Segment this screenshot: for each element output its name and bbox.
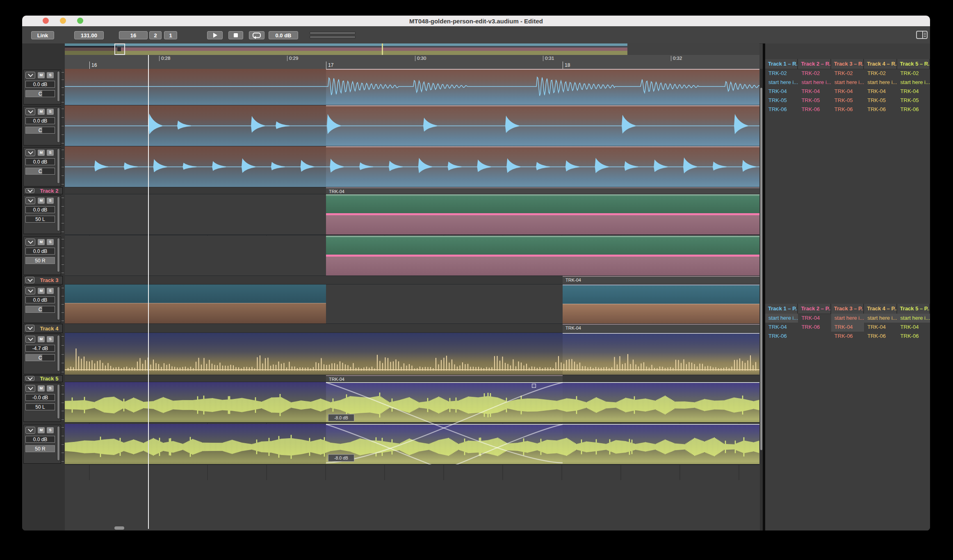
position-beats-display[interactable]: 2	[149, 31, 162, 39]
channel-collapse-button[interactable]	[25, 287, 35, 294]
channel-zoom-scrollbar[interactable]	[57, 71, 60, 102]
loop-button[interactable]	[249, 31, 264, 39]
recording-item[interactable]: TRK-02	[831, 69, 864, 78]
track-collapse-button[interactable]	[25, 188, 34, 193]
audio-clip[interactable]	[326, 146, 759, 187]
audio-clip[interactable]	[326, 382, 563, 423]
solo-button[interactable]: S	[47, 336, 54, 342]
recording-item[interactable]: TRK-06	[765, 105, 798, 114]
channel-collapse-button[interactable]	[25, 149, 35, 156]
playlist-item[interactable]: TRK-06	[864, 332, 897, 341]
channel-zoom-scrollbar[interactable]	[57, 238, 60, 272]
clip-header[interactable]: TRK-04	[563, 324, 759, 333]
pan-slider[interactable]: 50 L	[25, 216, 55, 223]
channel-zoom-scrollbar[interactable]	[57, 107, 60, 143]
channel-collapse-button[interactable]	[25, 427, 35, 434]
playlist-item[interactable]: TRK-04	[864, 323, 897, 332]
gain-field[interactable]: 0.0 dB	[25, 117, 55, 124]
position-bars-display[interactable]: 16	[119, 31, 148, 39]
pan-slider[interactable]: 50 L	[25, 403, 55, 410]
pan-slider[interactable]: 50 R	[25, 445, 55, 452]
recording-item[interactable]: TRK-02	[765, 69, 798, 78]
mute-button[interactable]: M	[38, 150, 45, 156]
panel-column-header[interactable]: Track 4 – P...	[864, 304, 897, 314]
gain-field[interactable]: 0.0 dB	[25, 248, 55, 255]
vertical-scrollbar-thumb[interactable]	[760, 88, 762, 450]
playlist-item[interactable]: TRK-06	[765, 332, 798, 341]
recording-item[interactable]: TRK-05	[765, 96, 798, 105]
audio-clip[interactable]	[563, 424, 759, 464]
recording-item[interactable]: TRK-06	[798, 105, 831, 114]
pan-slider[interactable]: C	[25, 127, 55, 134]
gain-field[interactable]: -0.0 dB	[25, 394, 55, 401]
playlist-item[interactable]: TRK-04	[831, 323, 864, 332]
channel-zoom-scrollbar[interactable]	[57, 426, 60, 461]
recording-item[interactable]: start here i...	[897, 78, 930, 87]
channel-zoom-scrollbar-thumb[interactable]	[57, 71, 59, 101]
solo-button[interactable]: S	[47, 109, 54, 115]
mute-button[interactable]: M	[38, 385, 45, 392]
pan-slider[interactable]: 50 R	[25, 257, 55, 264]
panel-column-header[interactable]: Track 3 – P...	[831, 304, 864, 314]
track-collapse-button[interactable]	[25, 277, 34, 283]
stop-button[interactable]	[228, 31, 243, 39]
channel-collapse-button[interactable]	[25, 197, 35, 204]
mute-button[interactable]: M	[38, 239, 45, 245]
recording-item[interactable]: TRK-05	[831, 96, 864, 105]
channel-zoom-scrollbar[interactable]	[57, 335, 60, 371]
mute-button[interactable]: M	[38, 72, 45, 78]
audio-clip[interactable]	[563, 382, 759, 423]
channel-zoom-scrollbar-thumb[interactable]	[57, 149, 59, 183]
pan-slider[interactable]: C	[25, 306, 55, 313]
audio-clip[interactable]	[326, 194, 759, 235]
timeline-ruler[interactable]: 0:280:290:300:310:32161718	[65, 55, 759, 69]
solo-button[interactable]: S	[47, 288, 54, 294]
pan-slider[interactable]: C	[25, 354, 55, 361]
audio-clip[interactable]	[563, 285, 759, 324]
audio-clip[interactable]	[65, 105, 326, 146]
recording-item[interactable]: TRK-06	[864, 105, 897, 114]
horizontal-scrollbar-thumb[interactable]	[114, 526, 124, 530]
panel-column-header[interactable]: Track 3 – R...	[831, 59, 864, 69]
gain-field[interactable]: 0.0 dB	[25, 158, 55, 165]
solo-button[interactable]: S	[47, 72, 54, 78]
clip-handle-marker[interactable]	[532, 384, 536, 388]
clip-header[interactable]: TRK-04	[326, 375, 563, 382]
audio-clip[interactable]	[326, 105, 759, 146]
playlist-item[interactable]: start here i...	[864, 314, 897, 323]
channel-zoom-scrollbar-thumb[interactable]	[57, 287, 59, 320]
recording-item[interactable]: TRK-05	[897, 96, 930, 105]
recording-item[interactable]: TRK-02	[897, 69, 930, 78]
audio-clip[interactable]	[563, 333, 759, 375]
playlist-item[interactable]: TRK-04	[765, 323, 798, 332]
gain-field[interactable]: 0.0 dB	[25, 436, 55, 443]
gain-field[interactable]: 0.0 dB	[25, 296, 55, 303]
recording-item[interactable]: TRK-04	[897, 87, 930, 96]
pan-slider[interactable]: C	[25, 168, 55, 175]
titlebar[interactable]: MT048-golden-person-edit-v3.audium - Edi…	[22, 16, 930, 27]
channel-zoom-scrollbar[interactable]	[57, 287, 60, 320]
recording-item[interactable]: TRK-02	[864, 69, 897, 78]
recording-item[interactable]: start here i...	[831, 78, 864, 87]
playlist-item[interactable]: TRK-04	[798, 314, 831, 323]
mute-button[interactable]: M	[38, 109, 45, 115]
panel-column-header[interactable]: Track 5 – P...	[897, 304, 930, 314]
playhead[interactable]	[148, 55, 149, 529]
recording-item[interactable]: TRK-04	[765, 87, 798, 96]
audio-clip[interactable]	[65, 285, 326, 324]
play-button[interactable]	[207, 31, 223, 39]
audio-clip[interactable]	[326, 69, 759, 105]
solo-button[interactable]: S	[47, 427, 54, 433]
playlist-item[interactable]: start here i...	[831, 314, 864, 323]
audio-clip[interactable]	[65, 146, 326, 187]
panel-column-header[interactable]: Track 1 – R...	[765, 59, 798, 69]
playlist-item[interactable]: TRK-06	[897, 332, 930, 341]
channel-zoom-scrollbar[interactable]	[57, 196, 60, 231]
channel-collapse-button[interactable]	[25, 385, 35, 392]
solo-button[interactable]: S	[47, 385, 54, 392]
audio-clip[interactable]	[326, 236, 759, 276]
recording-item[interactable]: TRK-05	[864, 96, 897, 105]
overview-navigator[interactable]	[65, 43, 627, 55]
recording-item[interactable]: TRK-05	[798, 96, 831, 105]
recording-item[interactable]: TRK-04	[798, 87, 831, 96]
